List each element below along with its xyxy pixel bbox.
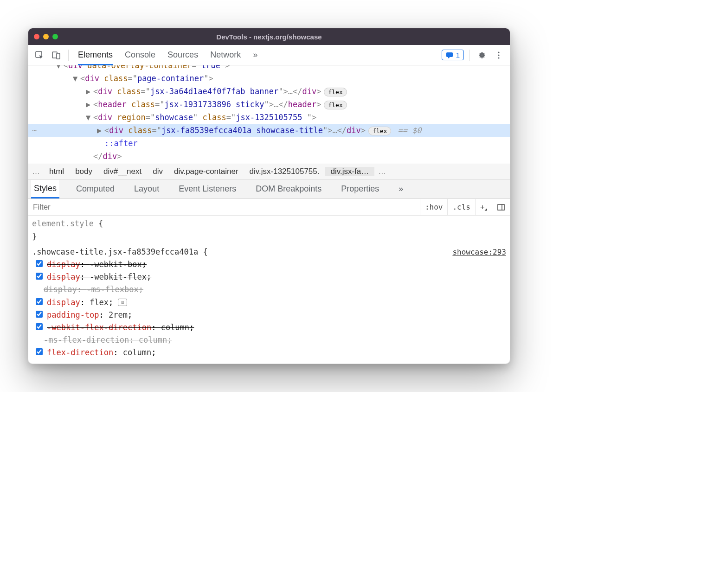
property-toggle[interactable] (36, 260, 43, 267)
property-toggle[interactable] (36, 348, 43, 355)
dom-tree[interactable]: ▼<div data-overlay-container="true"> ▼<d… (28, 65, 510, 164)
toolbar-divider (68, 50, 69, 61)
property-toggle[interactable] (36, 273, 43, 280)
property-toggle[interactable] (36, 323, 43, 330)
new-rule-button[interactable]: +◢ (475, 199, 492, 215)
ptab-computed[interactable]: Computed (73, 180, 117, 198)
style-rule-header: .showcase-title.jsx-fa8539efcca401a { sh… (32, 246, 506, 258)
ptab-layout[interactable]: Layout (131, 180, 162, 198)
close-icon[interactable] (34, 34, 39, 39)
style-property[interactable]: display: -ms-flexbox; (32, 283, 506, 296)
device-toggle-icon[interactable] (50, 49, 63, 62)
style-rule-element[interactable]: element.style { } (32, 217, 506, 243)
flexbox-editor-icon[interactable]: ⊞ (118, 299, 127, 306)
tab-console[interactable]: Console (125, 46, 155, 64)
ptab-event-listeners[interactable]: Event Listeners (176, 180, 239, 198)
breadcrumb-item[interactable]: div (147, 167, 168, 176)
devtools-window: DevTools - nextjs.org/showcase Elements … (28, 28, 510, 364)
style-property[interactable]: -webkit-flex-direction: column; (32, 321, 506, 334)
dom-node[interactable]: ▼<div region="showcase" class="jsx-13251… (28, 111, 510, 124)
dom-node[interactable]: ▶<div class="jsx-3a64d1ae4f0f7fab banner… (28, 85, 510, 98)
breadcrumb-overflow-left[interactable]: … (28, 167, 44, 176)
dom-node-selected[interactable]: ▶<div class="jsx-fa8539efcca401a showcas… (28, 124, 510, 137)
breadcrumb-item[interactable]: html (44, 167, 70, 176)
toolbar-divider (469, 50, 470, 61)
issues-button[interactable]: 1 (442, 50, 464, 60)
style-property[interactable]: padding-top: 2rem; (32, 309, 506, 321)
flex-badge[interactable]: flex (368, 127, 391, 135)
window-title: DevTools - nextjs.org/showcase (28, 33, 510, 41)
ptab-dom-breakpoints[interactable]: DOM Breakpoints (253, 180, 324, 198)
minimize-icon[interactable] (43, 34, 49, 39)
settings-icon[interactable] (476, 49, 489, 62)
tab-elements[interactable]: Elements (78, 46, 113, 65)
ptab-styles[interactable]: Styles (31, 180, 59, 198)
breadcrumb-item[interactable]: div.page-container (168, 167, 244, 176)
style-property[interactable]: -ms-flex-direction: column; (32, 334, 506, 346)
dom-pseudo[interactable]: ::after (28, 137, 510, 150)
breadcrumb-item[interactable]: div#__next (98, 167, 147, 176)
tabs-overflow[interactable]: » (253, 46, 257, 64)
style-property[interactable]: display: flex;⊞ (32, 296, 506, 309)
svg-rect-7 (498, 205, 504, 210)
dom-node[interactable]: ▼<div class="page-container"> (28, 72, 510, 85)
style-source-link[interactable]: showcase:293 (452, 246, 506, 258)
style-selector[interactable]: .showcase-title.jsx-fa8539efcca401a (32, 247, 198, 256)
svg-rect-2 (57, 53, 60, 59)
style-property[interactable]: display: -webkit-box; (32, 258, 506, 271)
issue-count: 1 (456, 51, 460, 59)
style-property[interactable]: flex-direction: column; (32, 346, 506, 359)
dom-node[interactable]: ▶<header class="jsx-1931733896 sticky">…… (28, 98, 510, 111)
breadcrumb-overflow-right[interactable]: … (374, 167, 390, 176)
styles-panel-tabs: Styles Computed Layout Event Listeners D… (28, 179, 510, 199)
dollar-zero: == $0 (398, 126, 421, 135)
breadcrumb-item-selected[interactable]: div.jsx-fa… (325, 167, 374, 176)
zoom-icon[interactable] (52, 34, 58, 39)
tab-sources[interactable]: Sources (167, 46, 198, 64)
style-property[interactable]: display: -webkit-flex; (32, 271, 506, 283)
main-toolbar: Elements Console Sources Network » 1 (28, 45, 510, 65)
breadcrumbs[interactable]: … html body div#__next div div.page-cont… (28, 164, 510, 179)
kebab-icon[interactable] (492, 49, 505, 62)
svg-point-6 (498, 57, 499, 58)
property-toggle[interactable] (36, 311, 43, 318)
breadcrumb-item[interactable]: body (70, 167, 98, 176)
ptab-overflow[interactable]: » (396, 180, 406, 198)
sidebar-toggle-icon[interactable] (492, 199, 510, 215)
main-tabs: Elements Console Sources Network » (78, 46, 257, 64)
style-property-list: display: -webkit-box;display: -webkit-fl… (32, 258, 506, 359)
ptab-properties[interactable]: Properties (338, 180, 382, 198)
styles-filter-input[interactable] (28, 203, 420, 212)
breadcrumb-item[interactable]: div.jsx-1325105755. (244, 167, 325, 176)
svg-point-4 (498, 51, 499, 53)
dom-node[interactable]: ▼<div data-overlay-container="true"> (28, 65, 510, 72)
styles-filter-bar: :hov .cls +◢ (28, 199, 510, 216)
flex-badge[interactable]: flex (324, 101, 347, 109)
property-toggle[interactable] (36, 298, 43, 305)
titlebar: DevTools - nextjs.org/showcase (28, 28, 510, 45)
flex-badge[interactable]: flex (324, 88, 347, 96)
window-controls (34, 34, 58, 39)
cls-button[interactable]: .cls (447, 199, 475, 215)
styles-pane[interactable]: element.style { } .showcase-title.jsx-fa… (28, 216, 510, 364)
svg-point-5 (498, 54, 499, 56)
dom-node-close[interactable]: </div> (28, 150, 510, 163)
tab-network[interactable]: Network (210, 46, 241, 64)
svg-rect-3 (446, 52, 453, 57)
inspect-icon[interactable] (33, 49, 46, 62)
hov-button[interactable]: :hov (420, 199, 448, 215)
